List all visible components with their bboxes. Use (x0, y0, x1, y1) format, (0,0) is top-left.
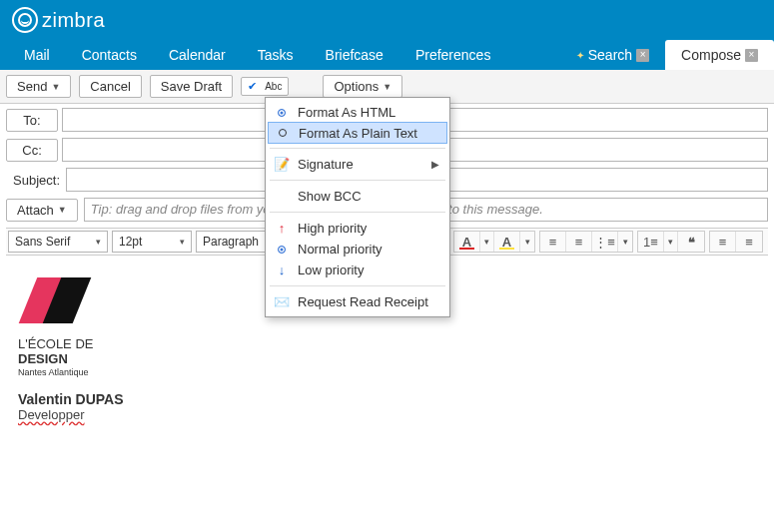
tab-tasks[interactable]: Tasks (242, 40, 310, 70)
options-button[interactable]: Options▼ (323, 75, 402, 98)
indent-group: 1≡ ▾ ❝ (637, 231, 705, 253)
caret-down-icon[interactable]: ▾ (520, 232, 534, 252)
caret-down-icon: ▼ (58, 205, 67, 215)
menu-separator (270, 180, 445, 181)
subject-label: Subject: (6, 173, 66, 188)
attach-button[interactable]: Attach▼ (6, 199, 78, 222)
tab-mail[interactable]: Mail (8, 40, 66, 70)
menu-high-priority[interactable]: ↑ High priority (266, 218, 449, 239)
menu-read-receipt[interactable]: ✉️ Request Read Receipt (266, 291, 449, 312)
signature-name: Valentin DUPAS (18, 391, 756, 407)
radio-on-icon (278, 109, 286, 117)
options-menu: Format As HTML Format As Plain Text 📝 Si… (265, 97, 450, 317)
save-draft-button[interactable]: Save Draft (150, 75, 233, 98)
menu-separator (270, 285, 445, 286)
to-button[interactable]: To: (6, 109, 58, 132)
arrow-up-icon: ↑ (274, 221, 290, 236)
tab-preferences[interactable]: Preferences (399, 40, 506, 70)
menu-format-html[interactable]: Format As HTML (266, 102, 449, 123)
highlight-color-button[interactable]: A (494, 232, 520, 252)
brand-name: zimbra (42, 9, 105, 32)
align-group: ≡ ≡ ⋮≡ ▾ (539, 231, 633, 253)
caret-down-icon[interactable]: ▾ (664, 232, 678, 252)
signature-logo (18, 273, 98, 333)
tab-compose-label: Compose (681, 47, 741, 63)
check-icon: ✔ (248, 80, 257, 92)
quote-button[interactable]: ❝ (678, 232, 704, 252)
caret-down-icon[interactable]: ▾ (618, 232, 632, 252)
cancel-button[interactable]: Cancel (79, 75, 141, 98)
spellcheck-button[interactable]: ✔Abc (241, 77, 289, 95)
font-color-button[interactable]: A (454, 232, 480, 252)
signature-org: L'ÉCOLE DE DESIGN Nantes Atlantique (18, 337, 756, 377)
radio-on-icon (278, 246, 286, 254)
chevron-right-icon: ▶ (431, 159, 439, 170)
main-tabs: Mail Contacts Calendar Tasks Briefcase P… (0, 40, 774, 70)
menu-separator (270, 212, 445, 213)
align-center-button[interactable]: ≡ (566, 232, 592, 252)
bullet-list-button[interactable]: ⋮≡ (592, 232, 618, 252)
tab-search-label: Search (588, 47, 632, 63)
indent-group2: ≡ ≡ (709, 231, 763, 253)
text-color-group: A ▾ A ▾ (453, 231, 535, 253)
paragraph-select[interactable]: Paragraph▾ (196, 231, 274, 253)
close-icon[interactable]: × (745, 49, 758, 62)
radio-off-icon (279, 129, 287, 137)
cc-button[interactable]: Cc: (6, 139, 58, 162)
tab-briefcase[interactable]: Briefcase (310, 40, 399, 70)
font-size-select[interactable]: 12pt▾ (112, 231, 192, 253)
menu-signature[interactable]: 📝 Signature ▶ (266, 154, 449, 175)
brand-logo: zimbra (12, 7, 105, 33)
sparkle-icon: ✦ (576, 50, 584, 61)
signature-role: Developper (18, 407, 756, 422)
numbered-list-button[interactable]: 1≡ (638, 232, 664, 252)
menu-format-plain[interactable]: Format As Plain Text (268, 122, 447, 144)
envelope-icon: ✉️ (274, 294, 290, 309)
align-left-button[interactable]: ≡ (540, 232, 566, 252)
close-icon[interactable]: × (636, 49, 649, 62)
tab-search[interactable]: ✦ Search × (560, 40, 665, 70)
menu-low-priority[interactable]: ↓ Low priority (266, 260, 449, 280)
menu-show-bcc[interactable]: Show BCC (266, 186, 449, 207)
indent-button[interactable]: ≡ (736, 232, 762, 252)
menu-separator (270, 148, 445, 149)
zimbra-icon (12, 7, 38, 33)
caret-down-icon: ▼ (383, 82, 391, 92)
caret-down-icon[interactable]: ▾ (480, 232, 494, 252)
font-family-select[interactable]: Sans Serif▾ (8, 231, 108, 253)
caret-down-icon: ▼ (51, 82, 60, 92)
signature-icon: 📝 (274, 157, 290, 172)
arrow-down-icon: ↓ (274, 263, 290, 277)
outdent-button[interactable]: ≡ (710, 232, 736, 252)
menu-normal-priority[interactable]: Normal priority (266, 239, 449, 260)
app-header: zimbra (0, 0, 774, 40)
caret-down-icon: ▾ (180, 237, 185, 247)
tab-contacts[interactable]: Contacts (66, 40, 153, 70)
tab-calendar[interactable]: Calendar (153, 40, 242, 70)
send-button[interactable]: Send▼ (6, 75, 71, 98)
tab-compose[interactable]: Compose × (665, 40, 774, 70)
caret-down-icon: ▾ (96, 237, 101, 247)
